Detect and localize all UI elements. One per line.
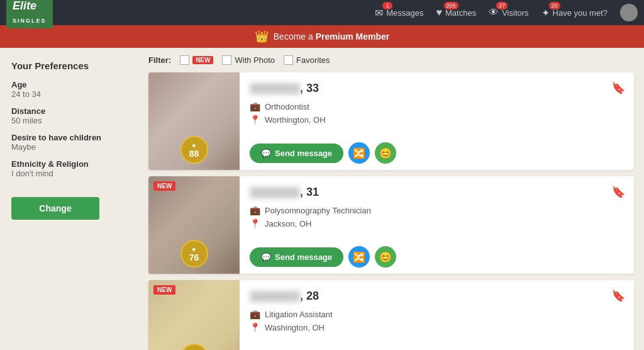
- new-badge-3: NEW: [153, 285, 175, 295]
- user-avatar[interactable]: [620, 4, 638, 21]
- card-name-3: , 28: [250, 290, 319, 303]
- new-badge-2: NEW: [153, 181, 175, 191]
- send-message-btn-2[interactable]: 💬 Send message: [250, 247, 343, 267]
- premium-bold: Premium Member: [316, 31, 389, 42]
- filter-favorites-checkbox[interactable]: [284, 55, 293, 65]
- match-score-1: ♥ 88: [180, 136, 208, 164]
- messages-icon: ✉: [375, 8, 383, 18]
- pref-children-label: Desire to have children: [11, 133, 127, 142]
- crown-icon: 👑: [255, 30, 269, 43]
- card-occupation-2: 💼 Polysomnography Technician: [250, 205, 625, 215]
- filter-favorites[interactable]: Favorites: [284, 55, 330, 65]
- chat-icon-2: 💬: [261, 252, 271, 262]
- like-btn-2[interactable]: 🔀: [348, 246, 370, 268]
- smile-icon-2: 😊: [379, 251, 392, 263]
- briefcase-icon-2: 💼: [250, 205, 260, 215]
- have-you-met-icon: ✦: [541, 8, 550, 18]
- compass-icon-1: 🔀: [353, 147, 365, 159]
- card-location-1: 📍 Worthington, OH: [250, 115, 625, 125]
- send-message-label-1: Send message: [275, 149, 332, 158]
- bookmark-icon-2[interactable]: 🔖: [611, 185, 625, 199]
- nav-messages[interactable]: ✉ 1 Messages: [375, 7, 423, 19]
- pref-ethnicity: Ethnicity & Religion I don't mind: [11, 159, 127, 178]
- card-location-3: 📍 Washington, OH: [250, 322, 625, 332]
- filter-with-photo-checkbox[interactable]: [222, 55, 231, 65]
- card-name-row-3: , 28 🔖: [250, 289, 625, 303]
- name-blur-1: [250, 83, 300, 94]
- like-btn-1[interactable]: 🔀: [348, 142, 370, 164]
- filter-new-badge: NEW: [192, 56, 213, 64]
- pref-age: Age 24 to 34: [11, 80, 127, 99]
- card-age-2: 31: [306, 186, 319, 198]
- pref-children-value: Maybe: [11, 142, 127, 152]
- visitors-label: Visitors: [502, 8, 528, 18]
- pref-distance: Distance 50 miles: [11, 106, 127, 125]
- premium-text: Become a Premium Member: [274, 31, 389, 42]
- pref-distance-value: 50 miles: [11, 116, 127, 125]
- name-blur-2: [250, 187, 300, 198]
- chat-icon-1: 💬: [261, 149, 271, 158]
- logo-text: EliteSINGLES: [13, 0, 47, 25]
- bookmark-icon-3[interactable]: 🔖: [611, 289, 625, 303]
- card-age-3: 28: [306, 290, 319, 302]
- matches-icon: ♥: [436, 7, 443, 18]
- match-score-num-2: 76: [189, 253, 199, 262]
- occupation-text-3: Litigation Assistant: [265, 310, 333, 319]
- match-card-2: NEW ♥ 76 , 31 🔖 💼 Polysomnography Techni…: [148, 176, 634, 274]
- logo: EliteSINGLES: [6, 0, 53, 28]
- filter-favorites-label: Favorites: [296, 55, 330, 65]
- filter-bar: Filter: NEW With Photo Favorites: [148, 55, 634, 65]
- messages-badge: 1: [382, 2, 392, 9]
- pref-children: Desire to have children Maybe: [11, 133, 127, 152]
- pref-age-label: Age: [11, 80, 127, 89]
- filter-with-photo-label: With Photo: [235, 55, 275, 65]
- card-location-2: 📍 Jackson, OH: [250, 218, 625, 229]
- card-occupation-3: 💼 Litigation Assistant: [250, 309, 625, 319]
- name-blur-3: [250, 291, 300, 302]
- location-text-1: Worthington, OH: [265, 115, 326, 125]
- nav-items: ✉ 1 Messages ♥ 205 Matches 👁 27 Visitors…: [375, 4, 638, 21]
- card-info-1: , 33 🔖 💼 Orthodontist 📍 Worthington, OH …: [240, 72, 634, 170]
- filter-label: Filter:: [148, 55, 171, 65]
- location-text-2: Jackson, OH: [265, 219, 311, 229]
- filter-new[interactable]: NEW: [180, 55, 213, 65]
- match-score-num-1: 88: [189, 149, 199, 158]
- card-photo-2: NEW ♥ 76: [148, 176, 240, 274]
- send-message-label-2: Send message: [275, 252, 332, 262]
- occupation-text-2: Polysomnography Technician: [265, 206, 371, 215]
- match-score-heart-icon: ♥: [192, 142, 196, 149]
- smile-btn-1[interactable]: 😊: [375, 142, 396, 164]
- sidebar-title: Your Preferences: [11, 60, 127, 71]
- main-content: Your Preferences Age 24 to 34 Distance 5…: [0, 48, 644, 350]
- occupation-text-1: Orthodontist: [265, 102, 309, 111]
- pin-icon-1: 📍: [250, 115, 260, 125]
- card-age-1: 33: [306, 82, 319, 94]
- nav-matches[interactable]: ♥ 205 Matches: [436, 7, 477, 18]
- nav-visitors[interactable]: 👁 27 Visitors: [489, 7, 528, 18]
- card-actions-1: 💬 Send message 🔀 😊: [250, 142, 625, 164]
- card-info-3: , 28 🔖 💼 Litigation Assistant 📍 Washingt…: [240, 280, 634, 350]
- pin-icon-3: 📍: [250, 322, 260, 332]
- smile-icon-1: 😊: [379, 147, 392, 159]
- match-card-3: NEW ♥ 85 , 28 🔖 💼 Litigation Assistant: [148, 280, 634, 350]
- change-preferences-button[interactable]: Change: [11, 197, 99, 220]
- card-name-2: , 31: [250, 186, 319, 199]
- card-photo-1: ♥ 88: [148, 72, 240, 170]
- pref-distance-label: Distance: [11, 106, 127, 116]
- briefcase-icon-1: 💼: [250, 101, 260, 111]
- card-info-2: , 31 🔖 💼 Polysomnography Technician 📍 Ja…: [240, 176, 634, 274]
- card-occupation-1: 💼 Orthodontist: [250, 101, 625, 111]
- match-score-heart-icon-2: ♥: [192, 246, 196, 253]
- messages-label: Messages: [386, 8, 423, 18]
- matches-area: Filter: NEW With Photo Favorites ♥ 88: [138, 48, 644, 350]
- pref-age-value: 24 to 34: [11, 89, 127, 99]
- nav-have-you-met[interactable]: ✦ 20 Have you met?: [541, 7, 608, 19]
- send-message-btn-1[interactable]: 💬 Send message: [250, 144, 343, 163]
- filter-new-checkbox[interactable]: [180, 55, 189, 65]
- smile-btn-2[interactable]: 😊: [375, 246, 396, 268]
- top-navigation: EliteSINGLES ✉ 1 Messages ♥ 205 Matches …: [0, 0, 644, 25]
- pref-ethnicity-value: I don't mind: [11, 169, 127, 178]
- filter-with-photo[interactable]: With Photo: [222, 55, 275, 65]
- premium-banner[interactable]: 👑 Become a Premium Member: [0, 25, 644, 48]
- bookmark-icon-1[interactable]: 🔖: [611, 81, 625, 95]
